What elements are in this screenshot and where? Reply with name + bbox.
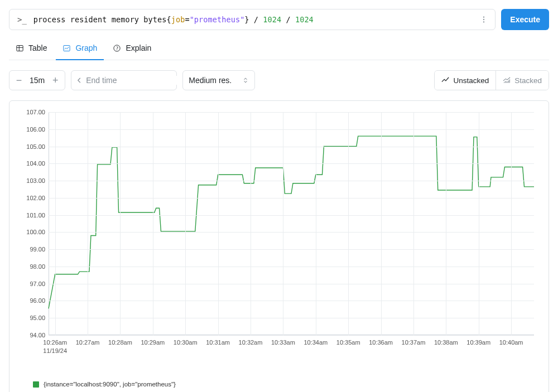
x-tick-label: 10:38am [434,338,458,347]
y-tick-label: 106.00 [26,126,45,133]
view-tabs: Table Graph Explain [9,38,549,60]
y-tick-label: 107.00 [26,109,45,115]
svg-point-1 [483,19,484,20]
gridline-vertical [413,112,414,335]
y-axis: 94.0095.0096.0097.0098.0099.00100.00101.… [20,112,49,335]
y-tick-label: 95.00 [30,314,45,321]
prompt-icon: >_ [17,15,27,24]
graph-icon [62,44,71,52]
tab-table-label: Table [28,43,47,52]
tab-graph-label: Graph [75,43,97,52]
gridline-vertical [381,112,382,335]
gridline-vertical [88,112,88,335]
gridline-horizontal [49,129,534,130]
chart-area: 94.0095.0096.0097.0098.0099.00100.00101.… [20,112,538,357]
gridline-horizontal [49,181,534,181]
query-expression[interactable]: process_resident_memory_bytes{job="prome… [33,15,477,24]
y-tick-label: 104.00 [26,160,45,167]
x-tick-label: 10:26am11/19/24 [43,338,67,355]
gridline-horizontal [49,198,534,199]
gridline-horizontal [49,163,534,164]
query-input-container: >_ process_resident_memory_bytes{job="pr… [9,9,496,30]
gridline-vertical [153,112,153,335]
stacked-label: Stacked [514,76,542,85]
tab-explain-label: Explain [126,43,151,52]
x-tick-label: 10:32am [239,338,263,347]
stacked-button[interactable]: Stacked [496,71,549,90]
gridline-vertical [348,112,349,335]
resolution-select[interactable]: Medium res. [182,70,255,90]
query-menu-icon[interactable] [477,13,490,26]
gridline-vertical [479,112,479,335]
tab-table[interactable]: Table [9,38,54,60]
legend-swatch [33,381,39,388]
y-tick-label: 103.00 [26,177,45,184]
execute-button[interactable]: Execute [501,9,549,30]
gridline-horizontal [49,147,534,147]
x-tick-label: 10:34am [304,338,328,347]
end-time-picker [71,70,177,90]
x-tick-label: 10:39am [466,338,490,347]
gridline-vertical [55,112,56,335]
gridline-vertical [251,112,251,335]
gridline-horizontal [49,112,534,113]
range-decrease-icon[interactable]: − [12,73,26,88]
x-tick-label: 10:40am [499,338,523,347]
x-tick-label: 10:30am [174,338,198,347]
gridline-horizontal [49,267,534,267]
gridline-horizontal [49,249,534,250]
y-tick-label: 102.00 [26,195,45,201]
range-value: 15m [26,76,48,85]
y-tick-label: 105.00 [26,143,45,150]
y-tick-label: 94.00 [30,332,45,338]
plot-region[interactable]: 10:26am11/19/2410:27am10:28am10:29am10:3… [49,112,534,335]
select-caret-icon [242,77,249,84]
gridline-vertical [511,112,512,335]
gridline-horizontal [49,215,534,216]
time-range-stepper: − 15m + [9,70,65,90]
resolution-label: Medium res. [189,76,232,85]
x-tick-label: 10:33am [271,338,295,347]
chart-panel: 94.0095.0096.0097.0098.0099.00100.00101.… [9,100,549,392]
svg-point-0 [483,16,484,17]
gridline-vertical [185,112,186,335]
gridline-vertical [446,112,446,335]
legend-label: {instance="localhost:9090", job="prometh… [44,381,176,388]
gridline-vertical [218,112,219,335]
range-increase-icon[interactable]: + [48,73,62,88]
x-tick-label: 10:35am [336,338,360,347]
time-prev-icon[interactable] [76,74,83,86]
gridline-vertical [283,112,283,335]
x-tick-label: 10:28am [108,338,132,347]
y-tick-label: 99.00 [30,246,45,253]
x-tick-label: 10:27am [76,338,100,347]
unstacked-label: Unstacked [453,76,489,85]
gridline-vertical [316,112,316,335]
tab-explain[interactable]: Explain [106,38,158,60]
unstacked-button[interactable]: Unstacked [435,71,496,90]
y-tick-label: 97.00 [30,280,45,287]
tab-graph[interactable]: Graph [56,38,104,60]
gridline-horizontal [49,335,534,336]
x-tick-label: 10:37am [402,338,426,347]
x-tick-label: 10:29am [141,338,165,347]
gridline-horizontal [49,301,534,301]
x-tick-label: 10:31am [206,338,230,347]
end-time-input[interactable] [83,76,187,85]
y-tick-label: 98.00 [30,263,45,270]
svg-point-2 [483,21,484,22]
x-tick-label: 10:36am [369,338,393,347]
y-tick-label: 96.00 [30,297,45,304]
chart-legend[interactable]: {instance="localhost:9090", job="prometh… [20,381,538,388]
gridline-horizontal [49,284,534,284]
table-icon [16,44,24,52]
stacked-icon [503,76,511,84]
gridline-horizontal [49,232,534,233]
gridline-vertical [120,112,121,335]
svg-rect-3 [17,45,23,51]
explain-icon [113,44,121,52]
series-line [49,112,534,335]
gridline-horizontal [49,318,534,318]
stack-mode-segment: Unstacked Stacked [434,70,549,90]
y-tick-label: 101.00 [26,212,45,219]
